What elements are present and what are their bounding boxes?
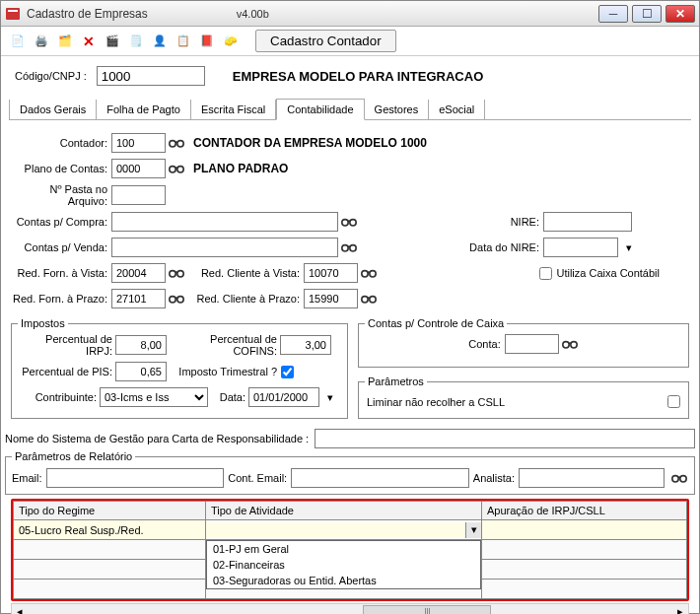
email-input[interactable] [46,468,225,488]
toolbar-icon-8[interactable]: 📋 [173,31,194,52]
cont-email-label: Cont. Email: [228,472,287,484]
toolbar-icon-1[interactable]: 📄 [7,31,29,52]
contador-lookup-icon[interactable] [168,134,185,152]
red-forn-prazo-input[interactable] [111,289,166,308]
red-cli-vista-lookup-icon[interactable] [360,264,378,282]
toolbar-icon-5[interactable]: 🎬 [102,31,123,52]
contabilidade-panel: Contador: CONTADOR DA EMPRESA MODELO 100… [1,120,699,423]
codigo-cnpj-label: Código/CNPJ : [15,70,87,82]
conta-lookup-icon[interactable] [561,335,579,353]
data-nire-input[interactable] [543,238,618,257]
close-button[interactable]: ✕ [665,5,695,23]
red-forn-prazo-lookup-icon[interactable] [168,290,185,307]
tab-contabilidade[interactable]: Contabilidade [276,99,364,120]
toolbar-icon-6[interactable]: 🗒️ [125,31,147,52]
conta-input[interactable] [505,334,559,354]
scroll-right-icon[interactable]: ▸ [672,605,688,615]
horizontal-scrollbar[interactable]: ◂ ▸ [11,603,689,614]
minimize-button[interactable]: ─ [598,5,628,23]
codigo-cnpj-input[interactable] [97,66,205,86]
data-input[interactable] [248,387,319,407]
gestao-row: Nome do Sistema de Gestão para Carta de … [5,429,695,448]
contador-input[interactable] [111,133,166,153]
pis-input[interactable] [115,362,167,381]
toolbar-icon-7[interactable]: 👤 [149,31,171,52]
atividade-option-2[interactable]: 02-Financeiras [207,557,480,573]
toolbar-icon-2[interactable]: 🖨️ [31,31,52,52]
liminar-label: Liminar não recolher a CSLL [367,396,505,408]
red-forn-vista-input[interactable] [111,263,166,283]
atividade-option-1[interactable]: 01-PJ em Geral [207,541,480,557]
grid-header-regime[interactable]: Tipo do Regime [14,502,206,520]
contas-venda-input[interactable] [111,238,338,257]
utiliza-caixa-label: Utiliza Caixa Contábil [556,267,660,279]
tab-gestores[interactable]: Gestores [365,100,430,119]
svg-point-12 [362,271,368,277]
toolbar-icon-9[interactable]: 📕 [196,31,218,52]
window-title: Cadastro de Empresas [27,7,148,21]
controle-caixa-legend: Contas p/ Controle de Caixa [365,317,507,329]
analista-input[interactable] [519,468,665,488]
controle-caixa-fieldset: Contas p/ Controle de Caixa Conta: [358,317,689,368]
grid-header-atividade[interactable]: Tipo de Atividade [206,502,482,520]
utiliza-caixa-checkbox[interactable] [539,267,552,280]
empresa-nome: EMPRESA MODELO PARA INTEGRACAO [233,69,483,84]
scroll-thumb[interactable] [363,605,491,614]
red-forn-vista-lookup-icon[interactable] [168,264,185,282]
svg-point-17 [370,297,376,303]
contas-compra-input[interactable] [111,212,338,232]
cell-atividade[interactable] [206,522,465,538]
gestao-input[interactable] [315,429,695,448]
data-nire-dropdown-icon[interactable]: ▾ [620,239,638,256]
cell-apuracao[interactable] [482,520,686,539]
atividade-option-3[interactable]: 03-Seguradoras ou Entid. Abertas [207,573,480,588]
contas-compra-label: Contas p/ Compra: [11,216,107,228]
cont-email-input[interactable] [291,468,469,488]
pis-label: Percentual de PIS: [18,366,112,377]
contador-label: Contador: [11,137,107,149]
svg-point-14 [170,297,175,303]
analista-lookup-icon[interactable] [670,469,688,487]
nire-label: NIRE: [358,216,539,228]
cadastro-contador-button[interactable]: Cadastro Contador [255,30,396,52]
cell-regime[interactable] [14,520,205,539]
tab-escrita[interactable]: Escrita Fiscal [191,100,276,119]
tab-strip: Dados Gerais Folha de Pagto Escrita Fisc… [9,98,691,120]
toolbar-icon-3[interactable]: 🗂️ [54,31,76,52]
trimestral-checkbox[interactable] [281,366,294,378]
red-cli-prazo-lookup-icon[interactable] [360,290,378,307]
data-dropdown-icon[interactable]: ▾ [321,388,339,406]
nire-input[interactable] [543,212,632,232]
cofins-input[interactable] [280,335,331,355]
red-cli-prazo-input[interactable] [304,289,358,308]
data-nire-label: Data do NIRE: [358,241,539,253]
contas-venda-lookup-icon[interactable] [340,239,358,256]
pasta-input[interactable] [111,185,166,205]
titlebar: Cadastro de Empresas v4.00b ─ ☐ ✕ [1,1,699,27]
atividade-dropdown-button[interactable]: ▾ [465,522,481,538]
grid-header-apuracao[interactable]: Apuração de IRPJ/CSLL [482,502,687,520]
trimestral-label: Imposto Trimestral ? [167,366,277,377]
plano-lookup-icon[interactable] [168,160,185,177]
svg-point-3 [177,141,183,147]
tab-dados-gerais[interactable]: Dados Gerais [9,100,97,119]
contas-compra-lookup-icon[interactable] [340,213,358,231]
parametros-legend: Parâmetros [365,375,427,387]
scroll-left-icon[interactable]: ◂ [12,605,28,615]
svg-point-21 [680,476,686,482]
liminar-checkbox[interactable] [667,395,680,408]
cofins-label: Percentual de COFINS: [167,333,277,357]
tab-esocial[interactable]: eSocial [429,100,485,119]
delete-icon[interactable]: ✕ [78,31,100,52]
red-cli-vista-label: Red. Cliente à Vista: [185,267,300,279]
tab-folha[interactable]: Folha de Pagto [97,100,191,119]
scroll-track[interactable] [28,604,672,614]
plano-input[interactable] [111,159,166,178]
irpj-input[interactable] [115,335,167,355]
contribuinte-select[interactable]: 03-Icms e Iss [100,387,208,407]
maximize-button[interactable]: ☐ [632,5,662,23]
email-label: Email: [12,472,42,484]
toolbar-icon-10[interactable]: 🧽 [220,31,242,52]
red-cli-vista-input[interactable] [304,263,358,283]
plano-label: Plano de Contas: [11,163,107,174]
